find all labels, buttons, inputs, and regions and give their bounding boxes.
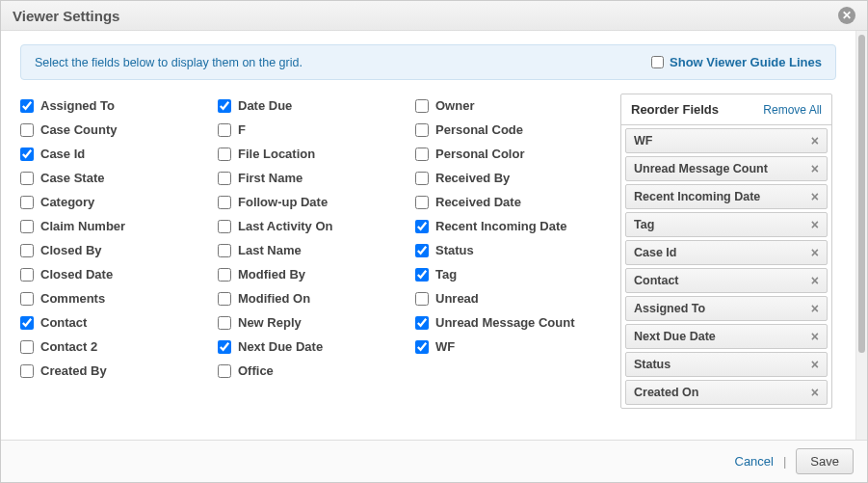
field-checkbox[interactable] [218, 316, 231, 330]
field-item[interactable]: Case County [20, 118, 208, 142]
field-checkbox[interactable] [20, 292, 34, 306]
field-item[interactable]: Last Name [218, 238, 406, 262]
reorder-item[interactable]: Unread Message Count× [625, 156, 828, 181]
field-checkbox[interactable] [218, 148, 231, 161]
field-checkbox[interactable] [20, 244, 34, 257]
field-item[interactable]: Owner [415, 94, 603, 118]
scrollbar-thumb[interactable] [858, 35, 865, 353]
field-item[interactable]: Closed By [20, 238, 208, 262]
field-item[interactable]: Last Activity On [218, 214, 406, 238]
remove-icon[interactable]: × [811, 274, 819, 287]
field-item[interactable]: Personal Code [415, 118, 603, 142]
reorder-item[interactable]: Contact× [625, 268, 828, 293]
reorder-item[interactable]: Assigned To× [625, 296, 828, 321]
field-checkbox[interactable] [415, 244, 429, 257]
reorder-item[interactable]: Case Id× [625, 240, 828, 265]
save-button[interactable]: Save [796, 448, 854, 474]
body-scrollbar[interactable] [855, 31, 867, 440]
remove-icon[interactable]: × [811, 386, 819, 399]
field-item[interactable]: Unread Message Count [415, 310, 603, 335]
field-checkbox[interactable] [218, 123, 231, 137]
field-checkbox[interactable] [20, 220, 34, 233]
field-checkbox[interactable] [415, 340, 429, 354]
reorder-list[interactable]: WF×Unread Message Count×Recent Incoming … [621, 124, 831, 408]
close-icon[interactable]: ✕ [838, 7, 855, 24]
field-item[interactable]: Unread [415, 286, 603, 310]
field-checkbox[interactable] [20, 196, 34, 209]
field-checkbox[interactable] [20, 99, 34, 113]
remove-icon[interactable]: × [811, 302, 819, 315]
field-item[interactable]: Category [20, 190, 208, 214]
remove-icon[interactable]: × [811, 358, 819, 371]
cancel-button[interactable]: Cancel [735, 454, 774, 469]
field-item[interactable]: Modified On [218, 286, 406, 310]
field-checkbox[interactable] [20, 340, 34, 354]
reorder-item[interactable]: WF× [625, 128, 828, 153]
field-checkbox[interactable] [218, 99, 231, 113]
field-item[interactable]: New Reply [218, 310, 406, 335]
field-checkbox[interactable] [415, 172, 429, 185]
field-item[interactable]: Assigned To [20, 94, 208, 118]
field-item[interactable]: Received Date [415, 190, 603, 214]
field-checkbox[interactable] [20, 268, 34, 282]
field-checkbox[interactable] [20, 172, 34, 185]
field-item[interactable]: Personal Color [415, 142, 603, 166]
field-checkbox[interactable] [415, 268, 429, 282]
field-item[interactable]: Tag [415, 262, 603, 286]
remove-all-link[interactable]: Remove All [763, 103, 822, 117]
show-guide-lines-checkbox[interactable] [651, 56, 664, 68]
field-item[interactable]: Created By [20, 359, 208, 383]
field-checkbox[interactable] [415, 316, 429, 330]
reorder-item[interactable]: Tag× [625, 212, 828, 237]
field-item[interactable]: Next Due Date [218, 335, 406, 359]
field-item[interactable]: Case Id [20, 142, 208, 166]
field-checkbox[interactable] [415, 148, 429, 161]
field-checkbox[interactable] [20, 148, 34, 161]
reorder-item[interactable]: Next Due Date× [625, 324, 828, 349]
remove-icon[interactable]: × [811, 330, 819, 343]
field-checkbox[interactable] [218, 268, 231, 282]
field-item[interactable]: Contact 2 [20, 335, 208, 359]
remove-icon[interactable]: × [811, 134, 819, 148]
field-checkbox[interactable] [218, 292, 231, 306]
remove-icon[interactable]: × [811, 218, 819, 231]
field-item[interactable]: Status [415, 238, 603, 262]
reorder-item[interactable]: Created On× [625, 380, 828, 405]
field-item[interactable]: Contact [20, 310, 208, 335]
field-item[interactable]: Date Due [218, 94, 406, 118]
field-checkbox[interactable] [415, 220, 429, 233]
field-checkbox[interactable] [20, 364, 34, 378]
field-checkbox[interactable] [218, 172, 231, 185]
field-item[interactable]: WF [415, 335, 603, 359]
field-item[interactable]: First Name [218, 166, 406, 190]
field-checkbox[interactable] [20, 316, 34, 330]
field-item[interactable]: Recent Incoming Date [415, 214, 603, 238]
field-checkbox[interactable] [415, 196, 429, 209]
field-checkbox[interactable] [415, 123, 429, 137]
field-item[interactable]: Claim Number [20, 214, 208, 238]
field-item[interactable]: Comments [20, 286, 208, 310]
field-item[interactable]: Office [218, 359, 406, 383]
field-checkbox[interactable] [218, 196, 231, 209]
remove-icon[interactable]: × [811, 190, 819, 203]
field-checkbox[interactable] [218, 220, 231, 233]
field-checkbox[interactable] [415, 99, 429, 113]
field-label: Case County [40, 122, 117, 137]
field-item[interactable]: Modfied By [218, 262, 406, 286]
field-checkbox[interactable] [218, 364, 231, 378]
field-checkbox[interactable] [218, 244, 231, 257]
field-item[interactable]: Follow-up Date [218, 190, 406, 214]
reorder-item[interactable]: Recent Incoming Date× [625, 184, 828, 209]
field-item[interactable]: File Location [218, 142, 406, 166]
field-item[interactable]: Case State [20, 166, 208, 190]
remove-icon[interactable]: × [811, 246, 819, 259]
field-checkbox[interactable] [218, 340, 231, 354]
remove-icon[interactable]: × [811, 162, 819, 175]
field-item[interactable]: Closed Date [20, 262, 208, 286]
field-checkbox[interactable] [20, 123, 34, 137]
field-item[interactable]: F [218, 118, 406, 142]
field-item[interactable]: Received By [415, 166, 603, 190]
show-guide-lines-toggle[interactable]: Show Viewer Guide Lines [651, 55, 822, 69]
reorder-item[interactable]: Status× [625, 352, 828, 377]
field-checkbox[interactable] [415, 292, 429, 306]
